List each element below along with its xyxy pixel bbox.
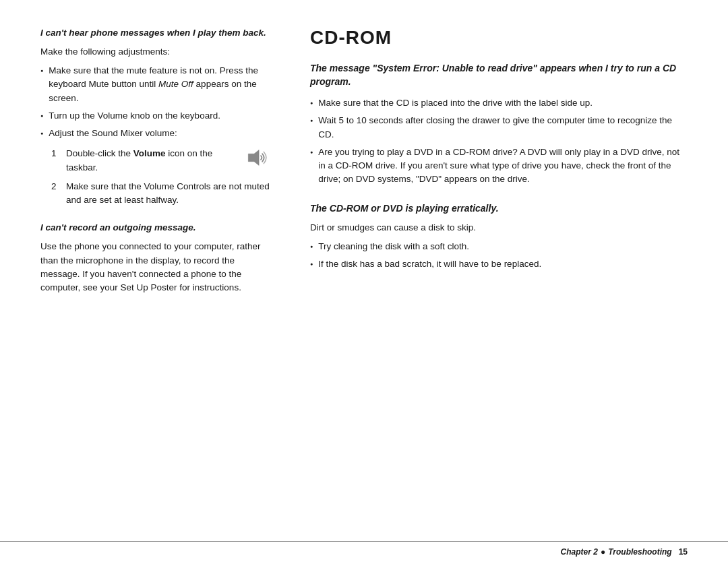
footer-bar: Chapter 2 ● Troubleshooting 15 xyxy=(0,541,728,562)
erratically-heading: The CD-ROM or DVD is playing erratically… xyxy=(310,201,688,216)
erratically-bullets: Try cleaning the disk with a soft cloth.… xyxy=(310,240,688,272)
step-2-content: Make sure that the Volume Controls are n… xyxy=(66,180,270,208)
bullet-sound-mixer-text: Adjust the Sound Mixer volume: xyxy=(49,127,177,140)
erratically-intro: Dirt or smudges can cause a disk to skip… xyxy=(310,221,688,235)
bullet-label-up-text: Make sure that the CD is placed into the… xyxy=(318,96,593,110)
bullet-clean-disk-text: Try cleaning the disk with a soft cloth. xyxy=(318,240,469,253)
system-error-bullets: Make sure that the CD is placed into the… xyxy=(310,96,688,187)
footer-bullet: ● xyxy=(601,547,605,557)
bullet-sound-mixer: Adjust the Sound Mixer volume: xyxy=(40,127,270,140)
page-container: I can't hear phone messages when I play … xyxy=(0,0,728,562)
bullet-volume-knob: Turn up the Volume knob on the keyboard. xyxy=(40,109,270,123)
section-record-message: I can't record an outgoing message. Use … xyxy=(40,222,270,294)
bullet-wait-seconds-text: Wait 5 to 10 seconds after closing the d… xyxy=(318,114,688,142)
step-1-num: 1 xyxy=(51,147,61,160)
footer-section: Troubleshooting xyxy=(608,547,671,557)
step-2: 2 Make sure that the Volume Controls are… xyxy=(51,180,270,208)
bullet-scratch-text: If the disk has a bad scratch, it will h… xyxy=(318,257,541,271)
section-phone-messages: I can't hear phone messages when I play … xyxy=(40,27,270,207)
step-2-num: 2 xyxy=(51,180,61,193)
bullet-dvd-drive: Are you trying to play a DVD in a CD-ROM… xyxy=(310,146,688,187)
footer-chapter: Chapter 2 xyxy=(561,547,598,557)
section-erratically: The CD-ROM or DVD is playing erratically… xyxy=(310,201,688,272)
record-message-heading: I can't record an outgoing message. xyxy=(40,222,270,235)
left-column: I can't hear phone messages when I play … xyxy=(40,27,270,528)
cd-rom-title: CD-ROM xyxy=(310,27,688,49)
bullet-dvd-drive-text: Are you trying to play a DVD in a CD-ROM… xyxy=(318,146,688,187)
content-area: I can't hear phone messages when I play … xyxy=(0,0,728,541)
svg-marker-0 xyxy=(248,150,259,166)
bullet-mute-text: Make sure that the mute feature is not o… xyxy=(49,64,270,105)
bullet-volume-knob-text: Turn up the Volume knob on the keyboard. xyxy=(49,109,220,123)
bullet-label-up: Make sure that the CD is placed into the… xyxy=(310,96,688,110)
phone-messages-steps: 1 Double-click the Volume icon on the ta… xyxy=(51,147,270,207)
record-message-body: Use the phone you connected to your comp… xyxy=(40,240,270,294)
phone-messages-intro: Make the following adjustments: xyxy=(40,45,270,59)
bullet-wait-seconds: Wait 5 to 10 seconds after closing the d… xyxy=(310,114,688,142)
step-1-text: Double-click the Volume icon on the task… xyxy=(66,147,239,175)
bullet-scratch: If the disk has a bad scratch, it will h… xyxy=(310,257,688,271)
step-1-content: Double-click the Volume icon on the task… xyxy=(66,147,270,175)
bullet-mute: Make sure that the mute feature is not o… xyxy=(40,64,270,105)
bullet-clean-disk: Try cleaning the disk with a soft cloth. xyxy=(310,240,688,253)
right-column: CD-ROM The message "System Error: Unable… xyxy=(297,27,688,528)
phone-messages-heading: I can't hear phone messages when I play … xyxy=(40,27,270,40)
footer-page-num: 15 xyxy=(679,547,688,557)
step-1: 1 Double-click the Volume icon on the ta… xyxy=(51,147,270,175)
speaker-icon xyxy=(245,147,270,173)
system-error-heading: The message "System Error: Unable to rea… xyxy=(310,62,688,88)
phone-messages-bullets: Make sure that the mute feature is not o… xyxy=(40,64,270,140)
section-system-error: The message "System Error: Unable to rea… xyxy=(310,62,688,187)
